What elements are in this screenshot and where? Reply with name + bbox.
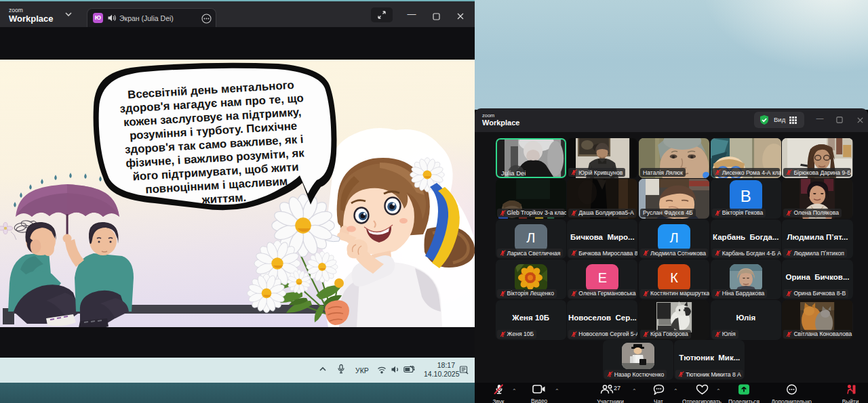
svg-text:27: 27 [614, 385, 620, 391]
svg-text:життям.: життям. [201, 191, 247, 207]
